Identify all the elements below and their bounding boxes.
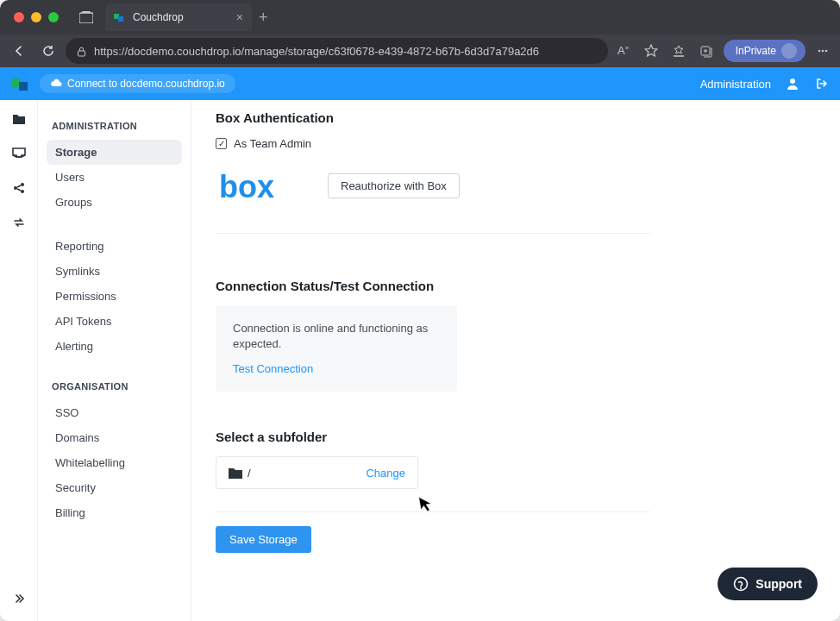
sidebar-item-reporting[interactable]: Reporting <box>47 234 182 259</box>
svg-rect-4 <box>78 51 85 56</box>
sidebar-item-users[interactable]: Users <box>47 165 182 190</box>
favorites-bar-icon[interactable] <box>668 41 689 61</box>
team-admin-row[interactable]: ✓ As Team Admin <box>216 137 650 150</box>
svg-point-18 <box>740 587 742 589</box>
change-folder-link[interactable]: Change <box>366 467 405 480</box>
sidebar-section-administration: ADMINISTRATION <box>52 121 177 131</box>
svg-point-15 <box>21 190 24 193</box>
maximize-window-icon[interactable] <box>48 12 59 22</box>
user-icon[interactable] <box>785 76 800 91</box>
sidebar-item-domains[interactable]: Domains <box>47 425 182 450</box>
svg-point-14 <box>21 183 24 186</box>
svg-point-13 <box>14 186 17 190</box>
content: Box Authentication ✓ As Team Admin box R… <box>191 100 840 621</box>
team-admin-checkbox[interactable]: ✓ <box>216 138 227 149</box>
svg-point-7 <box>818 50 821 53</box>
connection-status-card: Connection is online and functioning as … <box>216 305 457 392</box>
rail-expand-icon[interactable] <box>10 590 28 607</box>
support-label: Support <box>755 577 802 591</box>
browser-chrome: Couchdrop × + https://docdemo.couchdrop.… <box>0 0 840 67</box>
sidebar-item-alerting[interactable]: Alerting <box>47 334 182 359</box>
test-connection-link[interactable]: Test Connection <box>233 362 313 375</box>
svg-point-9 <box>825 50 828 53</box>
save-storage-button[interactable]: Save Storage <box>216 526 311 553</box>
svg-rect-0 <box>79 13 93 23</box>
sidebar-item-whitelabelling[interactable]: Whitelabelling <box>47 450 182 475</box>
box-logo-icon: box <box>216 164 293 207</box>
url-text: https://docdemo.couchdrop.io/manage/stor… <box>94 45 539 58</box>
close-tab-icon[interactable]: × <box>236 10 243 24</box>
connection-status-title: Connection Status/Test Connection <box>216 279 650 293</box>
window-controls[interactable] <box>14 12 59 22</box>
rail-sync-icon[interactable] <box>10 214 28 231</box>
profile-avatar-icon <box>781 43 797 59</box>
rail-inbox-icon[interactable] <box>10 145 28 162</box>
reauthorize-button[interactable]: Reauthorize with Box <box>328 173 460 198</box>
sidebar: ADMINISTRATION Storage Users Groups Repo… <box>38 100 191 621</box>
sidebar-item-storage[interactable]: Storage <box>47 140 182 165</box>
connection-status-text: Connection is online and functioning as … <box>233 321 440 352</box>
sidebar-item-sso[interactable]: SSO <box>47 400 182 425</box>
logout-icon[interactable] <box>814 76 830 91</box>
back-button[interactable] <box>7 39 31 63</box>
tab-title: Couchdrop <box>133 11 184 23</box>
lock-icon <box>76 46 87 57</box>
team-admin-label: As Team Admin <box>234 137 311 150</box>
svg-rect-11 <box>19 82 28 91</box>
text-size-icon[interactable]: A» <box>613 41 634 61</box>
inprivate-badge[interactable]: InPrivate <box>724 40 806 62</box>
favicon-icon <box>114 11 126 23</box>
connect-button[interactable]: Connect to docdemo.couchdrop.io <box>40 74 235 93</box>
sidebar-item-security[interactable]: Security <box>47 475 182 500</box>
icon-rail <box>0 100 38 621</box>
subfolder-path: / <box>248 467 251 480</box>
rail-share-icon[interactable] <box>10 179 28 197</box>
collections-icon[interactable] <box>696 41 717 61</box>
url-input[interactable]: https://docdemo.couchdrop.io/manage/stor… <box>66 38 608 64</box>
favorite-icon[interactable] <box>641 41 661 61</box>
connect-label: Connect to docdemo.couchdrop.io <box>67 78 225 90</box>
svg-rect-3 <box>118 16 123 22</box>
sidebar-item-permissions[interactable]: Permissions <box>47 284 182 309</box>
subfolder-row: / Change <box>216 456 418 489</box>
inprivate-label: InPrivate <box>736 45 776 57</box>
svg-text:box: box <box>219 169 274 204</box>
sidebar-item-api-tokens[interactable]: API Tokens <box>47 309 182 334</box>
sidebar-item-billing[interactable]: Billing <box>47 500 182 525</box>
browser-tab[interactable]: Couchdrop × <box>105 3 252 31</box>
sidebar-item-groups[interactable]: Groups <box>47 190 182 215</box>
box-auth-title: Box Authentication <box>216 110 650 125</box>
help-icon <box>733 576 749 592</box>
main: ADMINISTRATION Storage Users Groups Repo… <box>0 100 840 621</box>
app-header: Connect to docdemo.couchdrop.io Administ… <box>0 67 840 100</box>
select-subfolder-title: Select a subfolder <box>216 430 650 444</box>
sidebar-section-organisation: ORGANISATION <box>52 381 177 392</box>
tab-overview-icon[interactable] <box>76 8 97 27</box>
folder-icon <box>229 467 242 479</box>
svg-rect-1 <box>82 11 91 13</box>
new-tab-button[interactable]: + <box>259 9 268 27</box>
administration-link[interactable]: Administration <box>700 78 771 91</box>
tabbar: Couchdrop × + <box>0 0 840 34</box>
refresh-button[interactable] <box>36 39 60 63</box>
rail-files-icon[interactable] <box>10 110 28 128</box>
svg-point-8 <box>822 50 824 53</box>
support-button[interactable]: Support <box>718 568 818 600</box>
svg-point-12 <box>790 78 795 84</box>
app-logo-icon[interactable] <box>10 73 31 94</box>
close-window-icon[interactable] <box>14 12 24 22</box>
address-bar: https://docdemo.couchdrop.io/manage/stor… <box>0 34 840 67</box>
sidebar-item-symlinks[interactable]: Symlinks <box>47 259 182 284</box>
cloud-icon <box>50 78 62 90</box>
menu-icon[interactable] <box>812 41 833 61</box>
minimize-window-icon[interactable] <box>31 12 41 22</box>
